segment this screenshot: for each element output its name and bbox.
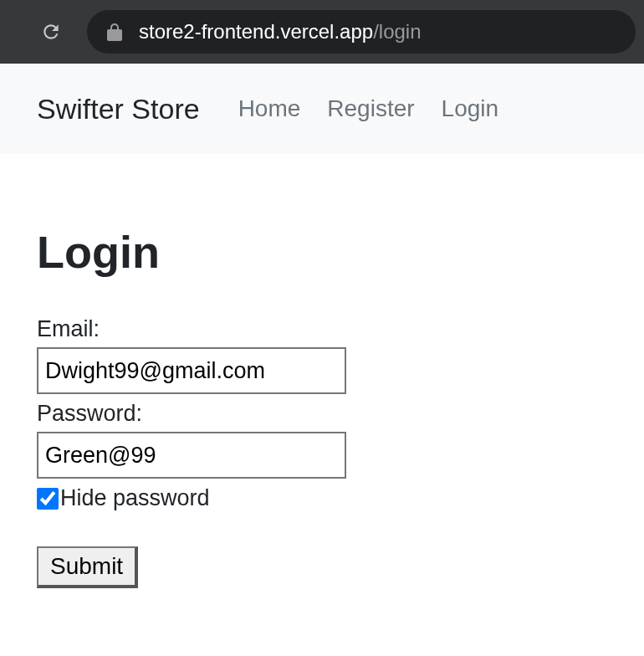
password-label: Password: — [37, 401, 607, 427]
reload-icon[interactable] — [38, 19, 64, 44]
browser-bar: store2-frontend.vercel.app/login — [0, 0, 644, 64]
hide-password-row: Hide password — [37, 485, 607, 511]
nav-links: Home Register Login — [238, 95, 498, 122]
main-content: Login Email: Password: Hide password Sub… — [0, 154, 644, 588]
nav-link-login[interactable]: Login — [442, 95, 499, 122]
submit-button[interactable]: Submit — [37, 546, 138, 588]
nav-link-register[interactable]: Register — [327, 95, 414, 122]
password-input[interactable] — [37, 432, 346, 479]
url-path: /login — [373, 20, 421, 44]
brand-title[interactable]: Swifter Store — [37, 93, 200, 126]
url-bar[interactable]: store2-frontend.vercel.app/login — [87, 10, 636, 54]
password-form-group: Password: — [37, 401, 607, 479]
site-header: Swifter Store Home Register Login — [0, 64, 644, 154]
page-title: Login — [37, 226, 607, 278]
lock-icon — [107, 23, 122, 41]
email-label: Email: — [37, 316, 607, 342]
url-host: store2-frontend.vercel.app — [139, 20, 373, 44]
email-form-group: Email: — [37, 316, 607, 394]
nav-link-home[interactable]: Home — [238, 95, 301, 122]
email-input[interactable] — [37, 347, 346, 394]
hide-password-checkbox[interactable] — [37, 488, 59, 510]
hide-password-label: Hide password — [60, 485, 210, 511]
